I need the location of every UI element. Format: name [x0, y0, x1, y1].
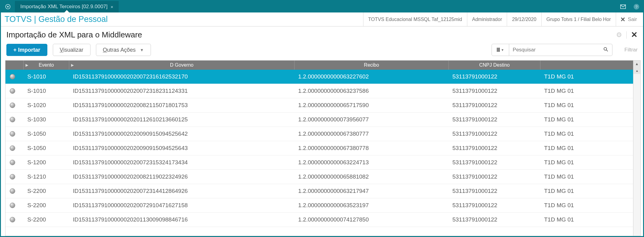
table-row[interactable]: S-2200ID15311379100000020201130090988467…: [5, 213, 633, 227]
table-row[interactable]: S-1030ID15311379100000020201126102136601…: [5, 113, 633, 127]
cell-status: [5, 88, 24, 94]
cell-extra: T1D MG 01: [540, 102, 633, 109]
svg-point-1: [7, 6, 9, 8]
cell-governo: ID1531137910000002020082119022324926: [69, 173, 295, 180]
close-page-icon[interactable]: ✕: [631, 30, 638, 40]
table-row[interactable]: S-1020ID15311379100000020200821150718017…: [5, 98, 633, 113]
sort-icon: ▶: [71, 63, 74, 67]
table-row[interactable]: S-2200ID15311379100000020200723144128649…: [5, 184, 633, 198]
cell-recibo: 1.2.0000000000065717590: [295, 102, 449, 109]
table-row[interactable]: S-1210ID15311379100000020200821190223249…: [5, 170, 633, 184]
col-evento-label: Evento: [39, 62, 54, 68]
status-dot-icon: [10, 217, 15, 222]
window-tab[interactable]: Importação XML Terceiros [02.9.0007] ×: [15, 1, 119, 12]
cell-cnpj: 53113791000122: [449, 216, 540, 223]
context-branch[interactable]: Grupo Totvs 1 / Filial Belo Hor: [541, 12, 616, 26]
cell-evento: S-1020: [24, 102, 69, 109]
window-titlebar: Importação XML Terceiros [02.9.0007] × ?: [1, 1, 643, 12]
cell-cnpj: 53113791000122: [449, 145, 540, 152]
cell-extra: T1D MG 01: [540, 131, 633, 137]
mail-icon[interactable]: [616, 1, 630, 12]
cell-governo: ID1531137910000002020113009098846716: [69, 216, 295, 223]
search-input[interactable]: [513, 47, 603, 53]
svg-text:?: ?: [635, 5, 637, 9]
table-row[interactable]: S-1050ID15311379100000020200909150945256…: [5, 141, 633, 155]
visualizar-button[interactable]: Visualizar: [53, 44, 90, 56]
cell-governo: ID1531137910000002020072314412864926: [69, 188, 295, 194]
cell-extra: T1D MG 01: [540, 188, 633, 194]
table-header: ▶Evento ▶D Governo Recibo CNPJ Destino: [5, 61, 633, 70]
table-row[interactable]: S-1050ID15311379100000020200909150945256…: [5, 127, 633, 141]
cell-governo: ID1531137910000002020090915094525643: [69, 145, 295, 152]
cell-governo: ID1531137910000002020072910471627158: [69, 202, 295, 209]
table-row[interactable]: S-2200ID15311379100000020200729104716271…: [5, 198, 633, 213]
table-area: ▶Evento ▶D Governo Recibo CNPJ Destino S…: [1, 60, 643, 236]
visualizar-rest: isualizar: [63, 47, 83, 53]
cell-status: [5, 203, 24, 208]
cell-extra: T1D MG 01: [540, 88, 633, 94]
search-box[interactable]: [509, 44, 612, 56]
status-dot-icon: [10, 203, 15, 208]
cell-status: [5, 217, 24, 222]
scroll-up-step-icon[interactable]: ▴: [633, 67, 640, 74]
cell-evento: S-1030: [24, 116, 69, 123]
col-extra[interactable]: [540, 61, 633, 70]
table-row[interactable]: S-1200ID15311379100000020200723153241734…: [5, 155, 633, 170]
close-tab-icon[interactable]: ×: [111, 4, 113, 9]
cell-governo: ID1531137910000002020072315324173434: [69, 159, 295, 166]
context-db[interactable]: TOTVS Educacional MSSQL Taf_12125mid: [363, 12, 467, 26]
cell-cnpj: 53113791000122: [449, 73, 540, 80]
vertical-scrollbar[interactable]: ▲ ▴: [633, 60, 641, 236]
cell-evento: S-2200: [24, 202, 69, 209]
exit-button[interactable]: ✕ Sair: [616, 12, 639, 26]
gear-icon[interactable]: ⚙: [616, 31, 622, 39]
col-recibo[interactable]: Recibo: [295, 61, 449, 70]
context-user[interactable]: Administrador: [467, 12, 507, 26]
cell-recibo: 1.2.0000000000073956077: [295, 116, 449, 123]
titlebar-spacer: [119, 1, 616, 12]
status-dot-icon: [10, 174, 15, 179]
scroll-track[interactable]: [633, 74, 640, 236]
cell-extra: T1D MG 01: [540, 159, 633, 166]
col-evento[interactable]: ▶Evento: [24, 61, 69, 70]
cell-cnpj: 53113791000122: [449, 131, 540, 137]
window-tab-label: Importação XML Terceiros [02.9.0007]: [20, 4, 107, 10]
module-bar: TOTVS | Gestão de Pessoal TOTVS Educacio…: [1, 12, 643, 26]
table-row[interactable]: S-1010ID15311379100000020200723182311243…: [5, 84, 633, 98]
col-governo[interactable]: ▶D Governo: [69, 61, 295, 70]
import-label: + Importar: [13, 47, 40, 53]
module-title: TOTVS | Gestão de Pessoal: [5, 15, 108, 24]
scroll-up-icon[interactable]: ▲: [633, 61, 640, 67]
help-icon[interactable]: ?: [630, 1, 643, 12]
col-cnpj[interactable]: CNPJ Destino: [449, 61, 540, 70]
cell-extra: T1D MG 01: [540, 116, 633, 123]
search-icon[interactable]: [603, 47, 608, 54]
outras-acoes-button[interactable]: Outras Ações ▼: [96, 44, 151, 56]
table-row[interactable]: S-1010ID15311379100000020200723161625321…: [5, 70, 633, 84]
import-button[interactable]: + Importar: [6, 44, 47, 56]
cell-evento: S-1050: [24, 145, 69, 152]
visualizar-hotkey: V: [60, 47, 63, 53]
data-table: ▶Evento ▶D Governo Recibo CNPJ Destino S…: [5, 60, 633, 236]
outras-rest: utras Ações: [107, 47, 136, 53]
cell-evento: S-1200: [24, 159, 69, 166]
filtrar-button[interactable]: Filtrar: [625, 47, 638, 53]
context-date[interactable]: 29/12/2020: [507, 12, 541, 26]
cell-recibo: 1.2.0000000000063237586: [295, 88, 449, 94]
cell-extra: T1D MG 01: [540, 216, 633, 223]
columns-button[interactable]: Ⅲ ▼: [492, 44, 509, 56]
app-menu-icon[interactable]: [1, 1, 15, 12]
col-status[interactable]: [5, 61, 24, 70]
cell-status: [5, 103, 24, 108]
cell-recibo: 1.2.0000000000074127850: [295, 216, 449, 223]
header-separator: [626, 31, 627, 39]
cell-status: [5, 174, 24, 179]
cell-recibo: 1.2.0000000000063217947: [295, 188, 449, 194]
close-icon: ✕: [620, 16, 625, 23]
cell-evento: S-2200: [24, 216, 69, 223]
cell-governo: ID1531137910000002020072318231124331: [69, 88, 295, 94]
page-title: Importação de XML para o Middleware: [6, 30, 142, 40]
status-dot-icon: [10, 188, 15, 194]
cell-governo: ID1531137910000002020082115071801753: [69, 102, 295, 109]
cell-extra: T1D MG 01: [540, 73, 633, 80]
